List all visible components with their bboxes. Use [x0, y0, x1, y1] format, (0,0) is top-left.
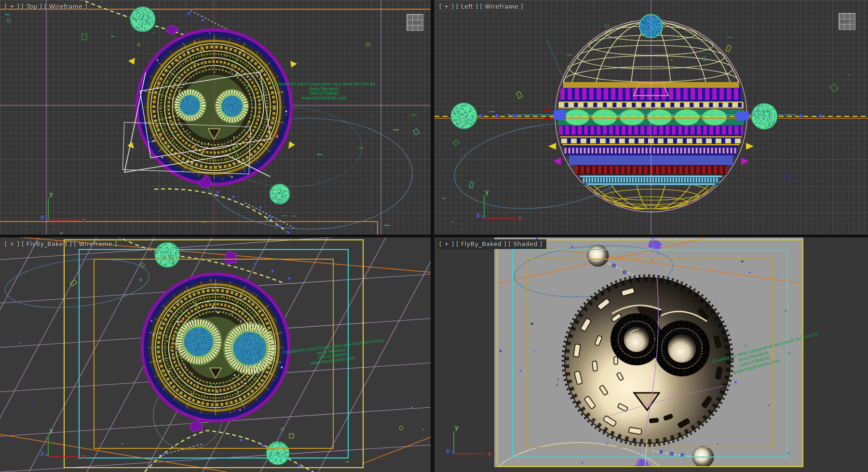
viewport-flyby-shaded[interactable]: yxz [ + ] [ FlyBy_Baked ] [ Shaded ] Cre…: [434, 237, 868, 472]
svg-text:z: z: [476, 212, 480, 219]
viewport-flyby-wireframe[interactable]: yxz [ + ] [ FlyBy_Baked ] [ Wireframe ] …: [0, 237, 431, 472]
svg-text:z: z: [41, 450, 44, 457]
viewport-label-left[interactable]: [ + ] [ Left ] [ Wireframe ]: [439, 3, 523, 10]
svg-text:x: x: [518, 215, 522, 222]
svg-text:x: x: [82, 217, 86, 223]
owl-left-eye: [610, 313, 663, 365]
svg-text:y: y: [49, 427, 53, 434]
scene-flyby-shaded: yxz: [434, 237, 868, 472]
scene-flyby-wire: yxz: [0, 237, 431, 472]
svg-text:y: y: [455, 424, 459, 431]
svg-text:y: y: [485, 189, 489, 195]
svg-text:z: z: [41, 214, 44, 221]
svg-text:x: x: [488, 450, 491, 457]
svg-text:x: x: [82, 453, 86, 460]
svg-text:z: z: [446, 447, 449, 454]
viewcube-left[interactable]: LEFT: [839, 13, 855, 30]
scene-top-view: yxz: [0, 0, 431, 235]
viewport-left-wireframe[interactable]: yxz [ + ] [ Left ] [ Wireframe ] LEFT: [434, 0, 868, 235]
viewport-top-wireframe[interactable]: yxz [ + ] [ Top ] [ Wireframe ] TOP Crea…: [0, 0, 431, 235]
viewport-label-flyby-wireframe[interactable]: [ + ] [ FlyBy_Baked ] [ Wireframe ]: [5, 240, 117, 248]
viewport-label-top[interactable]: [ + ] [ Top ] [ Wireframe ]: [5, 3, 87, 10]
viewport-quad-layout: yxz [ + ] [ Top ] [ Wireframe ] TOP Crea…: [0, 0, 868, 472]
owl-right-eye: [654, 320, 710, 376]
viewport-label-flyby-shaded[interactable]: [ + ] [ FlyBy_Baked ] [ Shaded ]: [437, 239, 546, 249]
viewcube-top[interactable]: TOP: [407, 14, 423, 31]
svg-text:y: y: [49, 191, 53, 197]
scene-left-view: yxz: [434, 0, 868, 235]
